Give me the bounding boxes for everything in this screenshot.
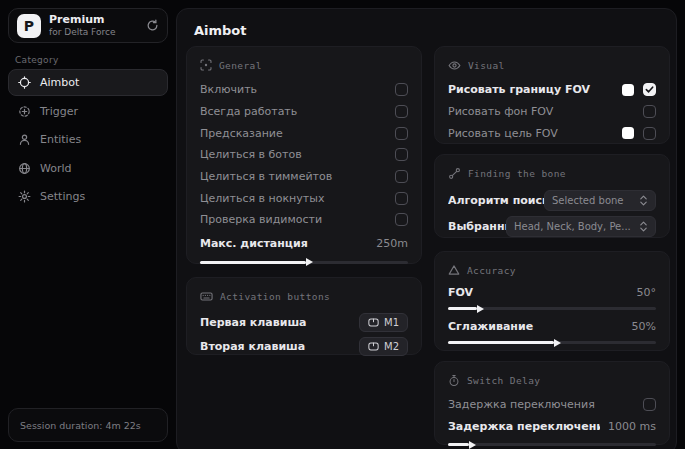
checkbox[interactable] xyxy=(643,127,656,140)
bone-label: Алгоритм поиска кост xyxy=(448,194,544,207)
keybind-button-m2[interactable]: M2 xyxy=(359,337,408,356)
sidebar-item-settings[interactable]: Settings xyxy=(8,183,168,210)
dropdown-value: Head, Neck, Body, Pe... xyxy=(514,221,633,232)
selector-icon xyxy=(639,221,648,232)
fov-value: 50° xyxy=(637,286,657,299)
checkbox[interactable] xyxy=(395,148,408,161)
bone-label: Выбранные кос xyxy=(448,220,506,233)
gear-icon xyxy=(18,190,31,203)
visual-header: Visual xyxy=(468,60,505,71)
keybind-value: M1 xyxy=(384,317,399,328)
visual-row: Рисовать границу FOV xyxy=(448,79,656,101)
smoothing-value: 50% xyxy=(632,320,656,333)
toggle-row: Целиться в нокнутых xyxy=(200,187,408,209)
checkbox[interactable] xyxy=(643,398,656,411)
fov-row: FOV 50° xyxy=(448,284,656,301)
sidebar: P Premium for Delta Force Category Aimbo… xyxy=(0,0,176,449)
main-panel: Aimbot General Включить Всегда работать xyxy=(176,8,677,449)
toggle-row: Включить xyxy=(200,79,408,101)
visual-row: Рисовать фон FOV xyxy=(448,101,656,123)
checkbox[interactable] xyxy=(643,105,656,118)
switch-delay-toggle-row: Задержка переключения xyxy=(448,394,656,416)
checkbox[interactable] xyxy=(395,83,408,96)
sidebar-item-label: Aimbot xyxy=(40,76,79,89)
accuracy-card: Accuracy FOV 50° Сглаживание 50% xyxy=(434,251,670,351)
session-duration: Session duration: 4m 22s xyxy=(8,408,168,442)
distance-row: Макс. дистанция 250m xyxy=(200,233,408,255)
distance-value: 250m xyxy=(376,237,408,250)
toggle-label: Предсказание xyxy=(200,127,395,140)
smoothing-label: Сглаживание xyxy=(448,320,624,333)
sidebar-item-aimbot[interactable]: Aimbot xyxy=(8,69,168,96)
general-card: General Включить Всегда работать Предска… xyxy=(186,46,422,264)
toggle-label: Целиться в ботов xyxy=(200,148,395,161)
mouse-icon xyxy=(368,342,379,351)
toggle-label: Включить xyxy=(200,83,395,96)
smoothing-slider[interactable] xyxy=(448,341,656,344)
slider-fill xyxy=(200,261,306,264)
keyboard-icon xyxy=(200,290,213,303)
sidebar-nav: Aimbot Trigger Entities xyxy=(8,69,168,212)
bone-header: Finding the bone xyxy=(468,168,566,179)
toggle-row: Всегда работать xyxy=(200,101,408,123)
brand-card: P Premium for Delta Force xyxy=(8,8,168,43)
sidebar-item-label: Settings xyxy=(40,190,85,203)
color-swatch[interactable] xyxy=(622,127,634,139)
fov-slider[interactable] xyxy=(448,307,656,310)
trigger-icon xyxy=(18,105,31,118)
visual-label: Рисовать границу FOV xyxy=(448,83,622,96)
sidebar-item-label: Trigger xyxy=(40,105,78,118)
dropdown-value: Selected bone xyxy=(552,195,633,206)
switch-delay-slider[interactable] xyxy=(448,443,656,446)
checkbox[interactable] xyxy=(395,127,408,140)
checkbox[interactable] xyxy=(395,105,408,118)
accuracy-header: Accuracy xyxy=(467,265,516,276)
toggle-row: Проверка видимости xyxy=(200,209,408,231)
keybind-label: Вторая клавиша xyxy=(200,340,359,353)
smoothing-row: Сглаживание 50% xyxy=(448,318,656,335)
fov-label: FOV xyxy=(448,286,629,299)
selector-icon xyxy=(639,195,648,206)
keybind-row: Вторая клавиша M2 xyxy=(200,334,408,358)
app-logo: P xyxy=(17,14,41,38)
selected-bones-dropdown[interactable]: Head, Neck, Body, Pe... xyxy=(506,216,656,237)
session-duration-text: Session duration: 4m 22s xyxy=(20,420,141,431)
visual-card: Visual Рисовать границу FOV Рисовать фон… xyxy=(434,46,670,144)
sidebar-item-entities[interactable]: Entities xyxy=(8,126,168,153)
slider-fill xyxy=(448,341,554,344)
stopwatch-icon xyxy=(448,374,460,387)
distance-slider[interactable] xyxy=(200,261,408,264)
switch-delay-ms-value: 1000 ms xyxy=(608,420,656,433)
activation-card: Activation buttons Первая клавиша M1 Вто… xyxy=(186,277,422,355)
bone-algorithm-dropdown[interactable]: Selected bone xyxy=(544,190,656,211)
activation-header: Activation buttons xyxy=(220,291,330,302)
bone-row: Выбранные кос Head, Neck, Body, Pe... xyxy=(448,213,656,239)
toggle-row: Целиться в тиммейтов xyxy=(200,166,408,188)
checkbox-checked[interactable] xyxy=(643,83,656,96)
visual-row: Рисовать цель FOV xyxy=(448,122,656,144)
distance-label: Макс. дистанция xyxy=(200,237,368,250)
sidebar-item-world[interactable]: World xyxy=(8,155,168,182)
sidebar-item-label: Entities xyxy=(40,133,81,146)
color-swatch[interactable] xyxy=(622,84,634,96)
switch-delay-ms-label: Задержка переключения (мс) xyxy=(448,420,600,433)
checkbox[interactable] xyxy=(395,170,408,183)
keybind-value: M2 xyxy=(384,341,399,352)
scan-icon xyxy=(200,59,212,71)
mouse-icon xyxy=(368,318,379,327)
toggle-label: Целиться в тиммейтов xyxy=(200,170,395,183)
checkbox[interactable] xyxy=(395,192,408,205)
app-title: Premium xyxy=(49,13,138,27)
toggle-row: Целиться в ботов xyxy=(200,144,408,166)
visual-label: Рисовать фон FOV xyxy=(448,105,643,118)
keybind-button-m1[interactable]: M1 xyxy=(359,313,408,332)
bone-row: Алгоритм поиска кост Selected bone xyxy=(448,187,656,213)
refresh-icon[interactable] xyxy=(146,19,159,32)
slider-fill xyxy=(448,307,477,310)
sidebar-item-label: World xyxy=(40,162,72,175)
eye-icon xyxy=(448,59,461,72)
toggle-label: Целиться в нокнутых xyxy=(200,192,395,205)
sidebar-item-trigger[interactable]: Trigger xyxy=(8,98,168,125)
general-header: General xyxy=(219,60,262,71)
checkbox[interactable] xyxy=(395,213,408,226)
